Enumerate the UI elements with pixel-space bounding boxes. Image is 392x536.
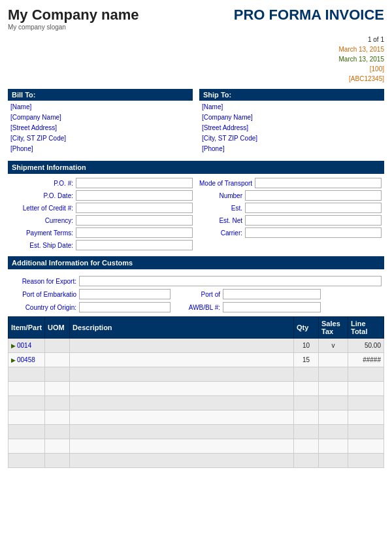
- col-header-tax: Sales Tax: [319, 317, 348, 339]
- input-number[interactable]: [245, 190, 382, 201]
- label-carrier: Carrier:: [199, 229, 245, 237]
- label-mode-transport: Mode of Transport: [199, 180, 255, 187]
- bill-name: [Name]: [10, 102, 190, 112]
- ship-street: [Street Address]: [202, 123, 382, 133]
- field-payment-terms: Payment Terms:: [10, 227, 193, 238]
- reason-export-row: Reason for Export:: [10, 276, 382, 286]
- field-po-date: P.O. Date:: [10, 190, 193, 201]
- cell-total: [348, 410, 384, 425]
- input-po-date[interactable]: [76, 190, 193, 201]
- cell-item: [8, 367, 45, 382]
- cell-desc: [70, 396, 294, 410]
- ship-phone: [Phone]: [202, 144, 382, 154]
- input-mode-transport[interactable]: [255, 178, 382, 188]
- cell-item: [8, 396, 45, 410]
- table-row: [8, 439, 384, 454]
- input-est[interactable]: [245, 203, 382, 213]
- input-port-of[interactable]: [223, 289, 321, 299]
- label-payment-terms: Payment Terms:: [10, 229, 76, 237]
- cell-qty: [294, 410, 319, 425]
- input-po-number[interactable]: [76, 178, 193, 188]
- input-letter-credit[interactable]: [76, 203, 193, 213]
- bill-phone: [Phone]: [10, 144, 190, 154]
- col-header-qty: Qty: [294, 317, 319, 339]
- cell-desc: [70, 425, 294, 439]
- awb-group: AWB/BL #:: [184, 302, 382, 312]
- input-carrier[interactable]: [245, 227, 382, 238]
- label-number: Number: [199, 192, 245, 199]
- cell-uom: [45, 396, 70, 410]
- customs-section: Reason for Export: Port of Embarkatio Po…: [8, 273, 384, 312]
- table-row: [8, 367, 384, 382]
- table-row: ▶001410v50.00: [8, 339, 384, 353]
- cell-uom: [45, 454, 70, 468]
- cell-item: [8, 410, 45, 425]
- bill-to-header: Bill To:: [8, 89, 193, 101]
- ship-city: [City, ST ZIP Code]: [202, 133, 382, 144]
- cell-tax: [319, 454, 348, 468]
- input-payment-terms[interactable]: [76, 227, 193, 238]
- bill-street: [Street Address]: [10, 123, 190, 133]
- row-icon: ▶: [11, 343, 16, 349]
- row-icon: ▶: [11, 357, 16, 363]
- cell-qty: [294, 367, 319, 382]
- table-row: [8, 454, 384, 468]
- customs-section-bar: Additional Information for Customs: [8, 256, 384, 269]
- port-of-group: Port of: [184, 289, 382, 299]
- shipment-grid: P.O. #: P.O. Date: Letter of Credit #: C…: [8, 178, 384, 252]
- cell-item: [8, 439, 45, 454]
- cell-uom: [45, 410, 70, 425]
- field-carrier: Carrier:: [199, 227, 382, 238]
- cell-qty: 10: [294, 339, 319, 353]
- col-header-item: Item/Part: [8, 317, 45, 339]
- ship-to-box: Ship To: [Name] [Company Name] [Street A…: [199, 89, 384, 156]
- table-row: [8, 425, 384, 439]
- label-currency: Currency:: [10, 217, 76, 224]
- items-table: Item/Part UOM Description Qty Sales Tax …: [8, 316, 384, 468]
- company-slogan: My company slogan: [8, 24, 139, 31]
- cell-qty: [294, 396, 319, 410]
- cell-tax: [319, 410, 348, 425]
- cell-item: [8, 382, 45, 396]
- input-port-emb[interactable]: [79, 289, 171, 299]
- table-row: [8, 410, 384, 425]
- input-est-net[interactable]: [245, 215, 382, 226]
- date2: March 13, 2015: [8, 54, 384, 64]
- label-est-net: Est. Net: [199, 217, 245, 224]
- bill-to-box: Bill To: [Name] [Company Name] [Street A…: [8, 89, 193, 156]
- ship-name: [Name]: [202, 102, 382, 112]
- country-row: Country of Origin: AWB/BL #:: [10, 302, 382, 312]
- input-reason-export[interactable]: [79, 276, 382, 286]
- page: My Company name My company slogan PRO FO…: [0, 0, 392, 536]
- input-country[interactable]: [79, 302, 171, 312]
- company-info: My Company name My company slogan: [8, 7, 139, 31]
- bill-to-body: [Name] [Company Name] [Street Address] […: [8, 101, 193, 156]
- col-header-total: Line Total: [348, 317, 384, 339]
- port-row: Port of Embarkatio Port of: [10, 289, 382, 299]
- input-awb[interactable]: [223, 302, 321, 312]
- input-currency[interactable]: [76, 215, 193, 226]
- meta-info: 1 of 1 March 13, 2015 March 13, 2015 [10…: [8, 35, 384, 84]
- cell-qty: [294, 382, 319, 396]
- bill-city: [City, ST ZIP Code]: [10, 133, 190, 144]
- ref1: [100]: [8, 64, 384, 74]
- cell-uom: [45, 339, 70, 353]
- cell-uom: [45, 353, 70, 367]
- cell-total: [348, 382, 384, 396]
- ref2: [ABC12345]: [8, 74, 384, 84]
- company-name: My Company name: [8, 7, 139, 24]
- input-ship-date[interactable]: [76, 240, 193, 250]
- table-row: [8, 382, 384, 396]
- field-currency: Currency:: [10, 215, 193, 226]
- table-row: [8, 396, 384, 410]
- cell-tax: [319, 382, 348, 396]
- invoice-title: PRO FORMA INVOICE: [234, 7, 384, 24]
- cell-tax: [319, 396, 348, 410]
- cell-total: #####: [348, 353, 384, 367]
- cell-tax: [319, 425, 348, 439]
- cell-item: ▶00458: [8, 353, 45, 367]
- field-ship-date: Est. Ship Date:: [10, 240, 193, 250]
- cell-total: [348, 425, 384, 439]
- cell-desc: [70, 382, 294, 396]
- table-header-row: Item/Part UOM Description Qty Sales Tax …: [8, 317, 384, 339]
